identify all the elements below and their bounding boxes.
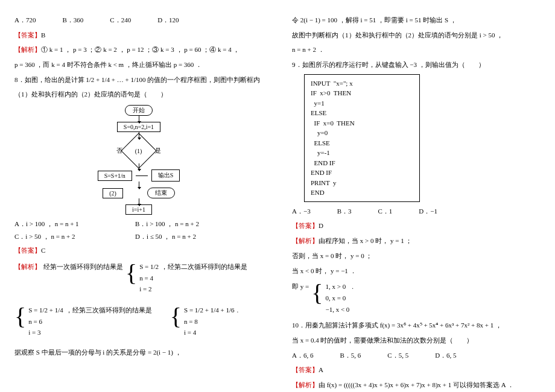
q8-exp-row1: 【解析】 经第一次循环得到的结果是 { S = 1/2 n = 4 i = 2 … xyxy=(14,261,263,295)
q9-answer: 【答案】D xyxy=(292,220,541,232)
q10-options: A．6, 6 B．5, 6 C．5, 5 D．6, 5 xyxy=(292,350,541,361)
piece-l3: −1, x < 0 xyxy=(325,304,349,315)
piece-l1: 1, x > 0 xyxy=(325,281,349,292)
code-l7: ELSE xyxy=(311,138,413,148)
q8-answer-value: C xyxy=(41,247,45,254)
fc-mid-row: S=S+1/n 输出S xyxy=(98,169,180,182)
code-l6: y=0 xyxy=(311,128,413,138)
code-l4: ELSE xyxy=(311,108,413,118)
code-box: INPUT "x="; x IF x>0 THEN y=1 ELSE IF x=… xyxy=(304,74,420,202)
explain-tag: 【解析】 xyxy=(292,237,319,244)
q10-explanation: 【解析】由 f(x) = (((((3x + 4)x + 5)x + 6)x +… xyxy=(292,379,541,391)
q9-option-d: D．−1 xyxy=(419,206,437,217)
flowchart: 开始 S=0,n=2,i=1 否 (1) 是 S=S+1/n 输出S (2) 结… xyxy=(98,105,180,215)
q9-stem: 9．如图所示的程序运行时，从键盘输入 −3 ，则输出值为（ ） xyxy=(292,59,541,71)
code-l11: PRINT y xyxy=(311,178,413,188)
fc-arrow-icon xyxy=(139,116,139,122)
q8-block2-wrap: { S = 1/2 + 1/4 n = 6 i = 3 ，经第三次循环得到的结果… xyxy=(14,305,152,338)
q10-stem-a: 10．用秦九韶算法计算多项式 f(x) = 3x⁶ + 4x⁵ + 5x⁴ + … xyxy=(292,320,541,331)
q8-stem-a: 8．如图，给出的是计算 1/2 + 1/4 + … + 1/100 的值的一个程… xyxy=(14,74,263,86)
q8-block3-wrap: { S = 1/2 + 1/4 + 1/6 n = 8 i = 4 . xyxy=(170,305,238,338)
brace-icon: { xyxy=(125,261,137,285)
cont-line-3: n = n + 2 ． xyxy=(292,44,541,55)
cont-line-2: 故图中判断框内（1）处和执行框中的（2）处应填的语句分别是 i > 50 ， xyxy=(292,30,541,41)
q8-option-a: A．i > 100 ， n = n + 1 xyxy=(14,220,135,229)
q7-option-a: A．720 xyxy=(14,14,36,26)
q10-exp-text: 由 f(x) = (((((3x + 4)x + 5)x + 6)x + 7)x… xyxy=(319,381,514,388)
q8-exp-between: ，经第三次循环得到的结果是 xyxy=(66,305,152,316)
blk3-l1: S = 1/2 + 1/4 + 1/6 xyxy=(184,305,234,316)
q9-exp-2: 否则，当 x = 0 时， y = 0 ； xyxy=(292,250,541,262)
cont-line-1: 令 2(i − 1) = 100 ，解得 i = 51 ，即需要 i = 51 … xyxy=(292,14,541,26)
blk2-l2: n = 6 xyxy=(28,316,63,327)
piece-l2: 0, x = 0 xyxy=(325,292,349,304)
q9-option-b: B．3 xyxy=(337,206,352,217)
q8-option-b: B．i > 100 ， n = n + 2 xyxy=(135,220,256,229)
brace-icon: { xyxy=(311,281,323,305)
fc-start: 开始 xyxy=(125,105,153,116)
fc-arrow-icon xyxy=(139,163,139,169)
piece-period: . xyxy=(352,281,354,292)
blk3-l3: i = 4 xyxy=(184,327,234,338)
q7-answer-value: B xyxy=(41,31,45,39)
fc-accumulate: S=S+1/n xyxy=(98,171,132,181)
fc-end: 结束 xyxy=(147,188,175,198)
explain-tag: 【解析】 xyxy=(292,381,319,388)
q8-exp-tail: 据观察 S 中最后一项的分母与 i 的关系是分母 = 2(i − 1) ， xyxy=(14,347,263,358)
q7-option-d: D．120 xyxy=(157,14,179,26)
q9-answer-value: D xyxy=(319,222,323,229)
q8-exp-mid: ，经第二次循环得到的结果是 xyxy=(161,261,247,273)
fc-arrow-icon xyxy=(139,198,139,204)
q8-block3: S = 1/2 + 1/4 + 1/6 n = 8 i = 4 xyxy=(184,305,234,338)
q10-answer: 【答案】A xyxy=(292,364,541,376)
q9-piece-lead: 即 y = xyxy=(292,281,309,292)
q7-answer: 【答案】B xyxy=(14,30,263,41)
q8-stem-b: （1）处和执行框内的（2）处应填的语句是（ ） xyxy=(14,89,263,100)
blk1-l1: S = 1/2 xyxy=(139,261,159,273)
code-l3: y=1 xyxy=(311,98,413,109)
q10-option-d: D．6, 5 xyxy=(435,350,456,361)
code-l5: IF x=0 THEN xyxy=(311,118,413,128)
q8-option-c: C．i > 50 ， n = n + 2 xyxy=(14,232,135,241)
q9-exp-text-1: 由程序知，当 x > 0 时， y = 1 ； xyxy=(319,237,412,244)
q7-options: A．720 B．360 C．240 D．120 xyxy=(14,14,263,26)
fc-output: 输出S xyxy=(151,169,180,182)
blk1-l3: i = 2 xyxy=(139,283,159,295)
q9-exp-1: 【解析】由程序知，当 x > 0 时， y = 1 ； xyxy=(292,235,541,247)
fc-cond-text: (1) xyxy=(135,148,142,154)
q8-answer: 【答案】C xyxy=(14,245,263,256)
code-l8: y=-1 xyxy=(311,148,413,158)
q7-explanation-1: 【解析】① k = 1 ， p = 3 ；② k = 2 ， p = 12 ；③… xyxy=(14,44,263,55)
q9-piece-stack: 1, x > 0 0, x = 0 −1, x < 0 xyxy=(325,281,349,315)
q10-option-c: C．5, 5 xyxy=(387,350,408,361)
q8-option-d: D．i ≤ 50 ， n = n + 2 xyxy=(135,232,256,241)
answer-tag: 【答案】 xyxy=(14,247,41,254)
q7-exp-text-1: ① k = 1 ， p = 3 ；② k = 2 ， p = 12 ；③ k =… xyxy=(41,46,239,53)
q9-option-a: A．−3 xyxy=(292,206,311,217)
code-l12: END xyxy=(311,188,413,198)
q10-option-a: A．6, 6 xyxy=(292,350,313,361)
fc-step: (2) xyxy=(103,188,123,198)
answer-tag: 【答案】 xyxy=(292,222,319,229)
q10-answer-value: A xyxy=(319,366,323,373)
brace-icon: { xyxy=(170,305,182,329)
blk2-l3: i = 3 xyxy=(28,327,63,338)
q9-options: A．−3 B．3 C．1 D．−1 xyxy=(292,206,541,217)
explain-tag: 【解析】 xyxy=(14,46,41,53)
q8-block1: S = 1/2 n = 4 i = 2 xyxy=(139,261,159,295)
q7-option-c: C．240 xyxy=(110,14,131,26)
explain-tag: 【解析】 xyxy=(14,261,41,273)
left-column: A．720 B．360 C．240 D．120 【答案】B 【解析】① k = … xyxy=(0,0,278,392)
q8-exp-row2: { S = 1/2 + 1/4 n = 6 i = 3 ，经第三次循环得到的结果… xyxy=(14,300,263,343)
code-l2: IF x>0 THEN xyxy=(311,88,413,98)
q7-explanation-2: p = 360 ，而 k = 4 时不符合条件 k < m ，终止循环输出 p … xyxy=(14,59,263,71)
blk3-l2: n = 8 xyxy=(184,316,234,327)
blk3-period: . xyxy=(236,305,238,316)
q8-exp-lead: 经第一次循环得到的结果是 xyxy=(43,261,123,273)
flowchart-figure: 开始 S=0,n=2,i=1 否 (1) 是 S=S+1/n 输出S (2) 结… xyxy=(14,105,263,215)
code-l10: END IF xyxy=(311,168,413,178)
brace-icon: { xyxy=(14,305,26,329)
q9-option-c: C．1 xyxy=(378,206,393,217)
answer-tag: 【答案】 xyxy=(292,366,319,373)
code-l1: INPUT "x="; x xyxy=(311,78,413,89)
